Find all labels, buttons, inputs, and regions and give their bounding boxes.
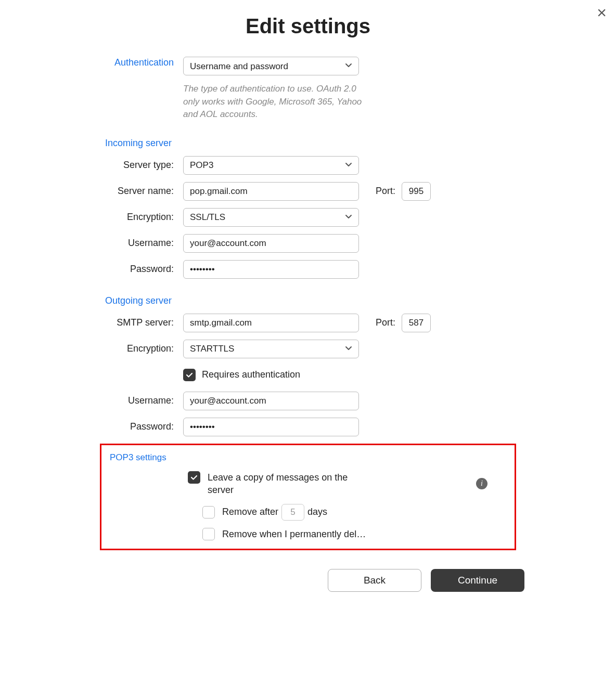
- outgoing-password-label: Password:: [100, 421, 183, 432]
- incoming-username-label: Username:: [100, 238, 183, 249]
- server-type-select[interactable]: POP3: [183, 156, 359, 175]
- close-icon[interactable]: ×: [597, 4, 607, 21]
- remove-after-pre: Remove after: [222, 506, 278, 518]
- leave-copy-label: Leave a copy of messages on the server: [208, 471, 358, 497]
- smtp-server-input[interactable]: [183, 314, 359, 332]
- continue-button[interactable]: Continue: [431, 569, 524, 592]
- remove-after-days-input[interactable]: [281, 504, 304, 521]
- outgoing-server-section: Outgoing server: [100, 295, 516, 306]
- incoming-username-input[interactable]: [183, 234, 359, 253]
- info-icon[interactable]: i: [476, 478, 487, 489]
- outgoing-port-input[interactable]: [402, 314, 431, 332]
- server-type-label: Server type:: [100, 160, 183, 171]
- incoming-password-input[interactable]: [183, 260, 359, 279]
- remove-after-post: days: [307, 506, 327, 518]
- incoming-server-name-label: Server name:: [100, 186, 183, 197]
- remove-permanent-label: Remove when I permanently del…: [222, 528, 366, 540]
- smtp-server-label: SMTP server:: [100, 317, 183, 328]
- incoming-server-section: Incoming server: [100, 138, 516, 149]
- outgoing-port-label: Port:: [376, 317, 395, 328]
- incoming-server-name-input[interactable]: [183, 182, 359, 201]
- outgoing-encryption-select[interactable]: STARTTLS: [183, 340, 359, 358]
- remove-after-checkbox[interactable]: [202, 506, 215, 519]
- requires-auth-checkbox[interactable]: [183, 369, 196, 381]
- authentication-select[interactable]: Username and password: [183, 57, 359, 75]
- authentication-label: Authentication: [100, 57, 183, 68]
- incoming-encryption-select[interactable]: SSL/TLS: [183, 208, 359, 227]
- page-title: Edit settings: [100, 15, 516, 38]
- incoming-port-input[interactable]: [402, 182, 431, 201]
- pop3-settings-highlight: POP3 settings Leave a copy of messages o…: [100, 444, 516, 550]
- back-button[interactable]: Back: [328, 569, 421, 592]
- outgoing-encryption-label: Encryption:: [100, 343, 183, 354]
- outgoing-username-label: Username:: [100, 395, 183, 406]
- incoming-password-label: Password:: [100, 264, 183, 275]
- authentication-hint: The type of authentication to use. OAuth…: [183, 83, 365, 121]
- pop3-settings-section: POP3 settings: [110, 452, 508, 463]
- requires-auth-label: Requires authentication: [202, 369, 300, 380]
- outgoing-username-input[interactable]: [183, 392, 359, 410]
- leave-copy-checkbox[interactable]: [188, 471, 200, 484]
- incoming-port-label: Port:: [376, 186, 395, 197]
- incoming-encryption-label: Encryption:: [100, 212, 183, 223]
- outgoing-password-input[interactable]: [183, 418, 359, 436]
- remove-permanent-checkbox[interactable]: [202, 528, 215, 540]
